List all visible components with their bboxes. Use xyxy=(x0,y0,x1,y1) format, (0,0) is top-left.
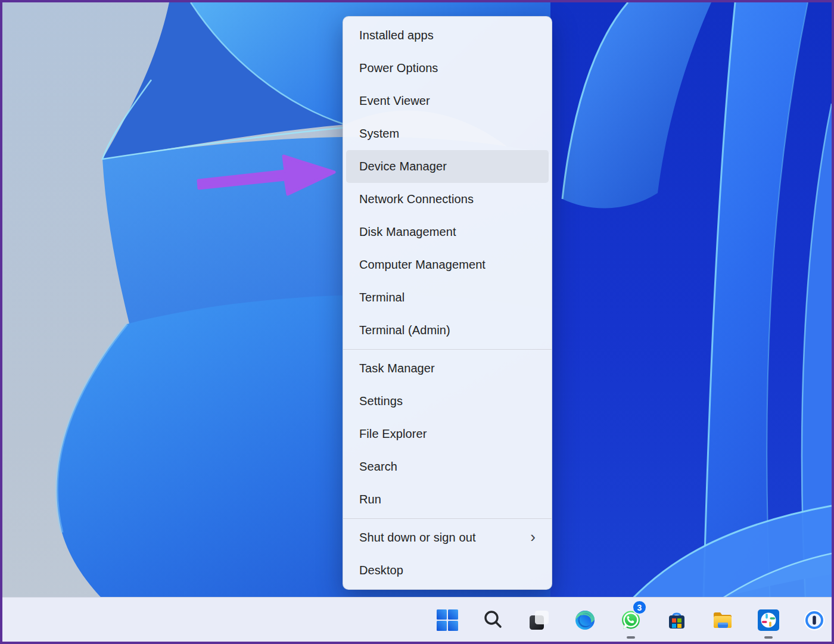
task-view-button[interactable] xyxy=(526,598,552,642)
menu-item-terminal-admin[interactable]: Terminal (Admin) xyxy=(346,314,549,347)
notification-badge: 3 xyxy=(632,600,647,615)
store-bag-icon xyxy=(665,608,689,632)
menu-item-installed-apps[interactable]: Installed apps xyxy=(346,19,549,52)
menu-item-label: System xyxy=(359,127,399,141)
whatsapp-button[interactable]: 3 xyxy=(618,598,644,642)
menu-item-settings[interactable]: Settings xyxy=(346,385,549,418)
menu-item-system[interactable]: System xyxy=(346,117,549,150)
menu-item-computer-management[interactable]: Computer Management xyxy=(346,248,549,281)
menu-separator xyxy=(343,518,552,519)
folder-icon xyxy=(710,608,735,633)
menu-item-run[interactable]: Run xyxy=(346,483,549,516)
winx-context-menu: Installed apps Power Options Event Viewe… xyxy=(343,16,552,590)
menu-item-label: Run xyxy=(359,493,381,506)
menu-item-label: Computer Management xyxy=(359,258,486,272)
menu-item-desktop[interactable]: Desktop xyxy=(346,554,549,587)
menu-item-device-manager[interactable]: Device Manager xyxy=(346,150,549,183)
overlapping-windows-icon xyxy=(527,608,551,632)
menu-item-label: Power Options xyxy=(359,61,438,75)
menu-item-terminal[interactable]: Terminal xyxy=(346,281,549,314)
running-indicator xyxy=(764,636,773,639)
menu-item-shut-down-or-sign-out[interactable]: Shut down or sign out › xyxy=(346,521,549,554)
menu-item-network-connections[interactable]: Network Connections xyxy=(346,183,549,216)
menu-item-label: Disk Management xyxy=(359,225,456,239)
keyhole-icon xyxy=(802,608,826,632)
chevron-right-icon: › xyxy=(530,529,536,545)
annotation-arrow xyxy=(196,150,339,200)
menu-item-label: Search xyxy=(359,460,397,474)
menu-item-label: File Explorer xyxy=(359,427,427,441)
menu-item-label: Network Connections xyxy=(359,192,474,206)
magnifier-icon xyxy=(482,609,505,631)
menu-item-label: Device Manager xyxy=(359,160,447,173)
menu-item-label: Event Viewer xyxy=(359,94,430,108)
menu-separator xyxy=(343,349,552,350)
menu-item-label: Task Manager xyxy=(359,362,435,375)
start-button[interactable] xyxy=(434,598,460,642)
menu-item-power-options[interactable]: Power Options xyxy=(346,52,549,85)
menu-item-label: Desktop xyxy=(359,564,403,577)
edge-button[interactable] xyxy=(572,598,598,642)
taskbar: 3 xyxy=(2,597,832,642)
menu-item-file-explorer[interactable]: File Explorer xyxy=(346,418,549,450)
menu-item-label: Terminal (Admin) xyxy=(359,323,450,337)
menu-item-label: Settings xyxy=(359,394,403,408)
menu-item-search[interactable]: Search xyxy=(346,450,549,483)
menu-item-disk-management[interactable]: Disk Management xyxy=(346,216,549,248)
windows-logo-icon xyxy=(435,608,459,632)
menu-item-label: Installed apps xyxy=(359,29,434,42)
taskbar-icon-group: 3 xyxy=(434,598,827,642)
menu-item-task-manager[interactable]: Task Manager xyxy=(346,352,549,385)
menu-item-label: Shut down or sign out xyxy=(359,531,476,545)
screenshot-frame: Installed apps Power Options Event Viewe… xyxy=(0,0,834,644)
menu-item-event-viewer[interactable]: Event Viewer xyxy=(346,85,549,117)
slack-button[interactable] xyxy=(755,598,782,642)
edge-swirl-icon xyxy=(573,608,597,632)
menu-item-label: Terminal xyxy=(359,291,404,304)
microsoft-store-button[interactable] xyxy=(664,598,690,642)
onepassword-button[interactable] xyxy=(801,598,827,642)
search-button[interactable] xyxy=(480,598,506,642)
slack-pinwheel-icon xyxy=(757,608,780,632)
running-indicator xyxy=(627,636,635,639)
file-explorer-button[interactable] xyxy=(709,598,736,642)
